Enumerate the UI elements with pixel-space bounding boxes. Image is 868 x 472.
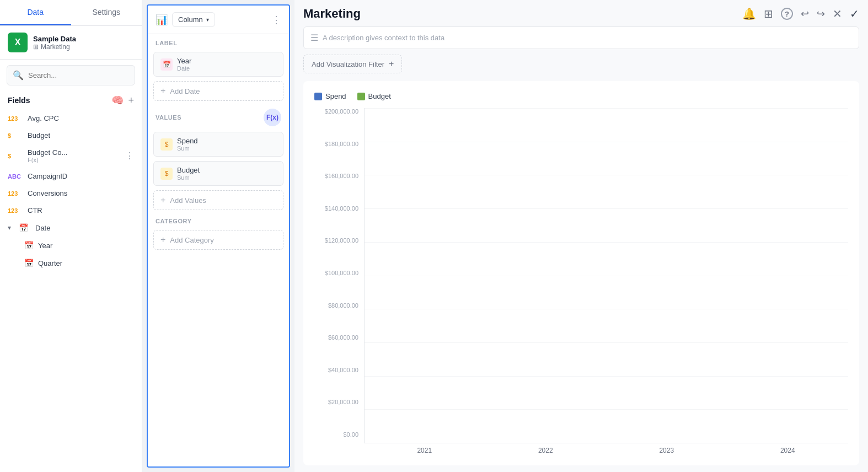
field-type-icon: 123 [8, 190, 23, 197]
sidebar-tabs: Data Settings [0, 0, 142, 26]
label-section-header: LABEL [148, 34, 289, 50]
values-label: VALUES [156, 114, 264, 121]
grid-lines [365, 108, 848, 443]
y-label-100k: $100,000.00 [325, 270, 358, 276]
field-sub: F(x) [28, 157, 121, 163]
add-field-icon[interactable]: + [128, 95, 134, 106]
calendar-icon: 📅 [24, 241, 34, 250]
field-year[interactable]: 📅 Year [0, 237, 142, 254]
menu-icon: ☰ [310, 33, 318, 43]
dollar-icon: $ [160, 138, 173, 151]
card-sub: Sum [177, 174, 276, 181]
label-year-card[interactable]: 📅 Year Date [153, 52, 283, 77]
grid-line-200k [365, 108, 848, 109]
card-text: Budget Sum [177, 166, 276, 181]
field-name: Conversions [28, 189, 134, 197]
chart-type-label: Column [178, 15, 203, 24]
legend-budget-color [357, 93, 365, 100]
sidebar: Data Settings X Sample Data ⊞ Marketing … [0, 0, 142, 472]
add-category-label: Add Category [170, 236, 214, 244]
field-type-icon: 123 [8, 207, 23, 214]
value-budget-card[interactable]: $ Budget Sum [153, 161, 283, 186]
field-type-icon: ABC [8, 173, 23, 180]
help-icon[interactable]: ? [781, 8, 793, 20]
tab-settings[interactable]: Settings [71, 0, 142, 25]
value-spend-card[interactable]: $ Spend Sum [153, 132, 283, 157]
chart-type-button[interactable]: Column ▾ [172, 12, 215, 27]
bars-container: 2021 2022 2023 2024 [364, 108, 848, 454]
date-calendar-icon: 📅 [15, 223, 31, 232]
plus-icon: + [160, 235, 165, 245]
card-sub: Date [177, 65, 276, 72]
more-options-icon[interactable]: ⋮ [271, 14, 281, 26]
field-group-date[interactable]: ▾ 📅 Date [0, 219, 142, 237]
field-name: Avg. CPC [28, 114, 134, 122]
more-icon[interactable]: ⋮ [125, 151, 134, 161]
editor-header: 📊 Column ▾ ⋮ [148, 6, 289, 34]
grid-line-20k [365, 409, 848, 410]
legend-spend: Spend [314, 92, 346, 100]
field-quarter[interactable]: 📅 Quarter [0, 254, 142, 272]
right-panel: 🔔 ⊞ ? ↩ ↪ ✕ ✓ ☰ A description gives cont… [294, 0, 868, 472]
x-labels: 2021 2022 2023 2024 [364, 443, 848, 454]
add-filter-button[interactable]: Add Visualization Filter + [303, 55, 402, 73]
field-name: CTR [28, 206, 134, 214]
x-label-2023: 2023 [606, 443, 727, 454]
source-info: Sample Data ⊞ Marketing [33, 35, 76, 51]
add-values-label: Add Values [170, 196, 206, 205]
y-label-140k: $140,000.00 [325, 205, 358, 212]
grid-line-100k [365, 276, 848, 276]
bell-icon[interactable]: 🔔 [742, 7, 756, 20]
grid-line-160k [365, 175, 848, 175]
source-sub: ⊞ Marketing [33, 43, 76, 51]
field-conversions[interactable]: 123 Conversions [0, 185, 142, 202]
source-icon: X [8, 33, 28, 52]
dollar-icon: $ [160, 168, 173, 180]
field-avg-cpc[interactable]: 123 Avg. CPC [0, 110, 142, 127]
grid-icon[interactable]: ⊞ [764, 7, 773, 20]
plus-icon: + [160, 86, 165, 96]
y-label-40k: $40,000.00 [328, 367, 358, 373]
field-name: Quarter [38, 259, 134, 267]
fields-list: 123 Avg. CPC $ Budget $ Budget Co... F(x… [0, 110, 142, 472]
check-icon[interactable]: ✓ [850, 7, 859, 20]
card-sub: Sum [177, 145, 276, 152]
chart-title-input[interactable] [303, 7, 736, 21]
description-bar: ☰ A description gives context to this da… [303, 26, 859, 49]
field-name: Budget [28, 131, 134, 140]
undo-icon[interactable]: ↩ [801, 8, 809, 20]
source-table: Marketing [41, 43, 70, 51]
card-text: Spend Sum [177, 137, 276, 152]
add-category-button[interactable]: + Add Category [153, 230, 283, 250]
x-label-2021: 2021 [364, 443, 485, 454]
search-box[interactable]: 🔍 [7, 65, 135, 85]
close-icon[interactable]: ✕ [833, 7, 842, 20]
legend-spend-color [314, 93, 322, 100]
calendar-icon: 📅 [24, 259, 34, 267]
chevron-down-icon: ▾ [8, 224, 11, 232]
plus-icon: + [160, 195, 165, 205]
chevron-down-icon: ▾ [206, 17, 209, 23]
grid-line-120k [365, 242, 848, 243]
field-budget-co[interactable]: $ Budget Co... F(x) ⋮ [0, 144, 142, 168]
filter-bar: Add Visualization Filter + [303, 55, 859, 73]
chart-legend: Spend Budget [314, 92, 848, 100]
grid-line-180k [365, 142, 848, 142]
card-title: Year [177, 57, 276, 65]
ai-icon[interactable]: 🧠 [111, 94, 124, 106]
field-budget[interactable]: $ Budget [0, 127, 142, 144]
redo-icon[interactable]: ↪ [817, 8, 825, 20]
field-ctr[interactable]: 123 CTR [0, 202, 142, 219]
grid-line-140k [365, 208, 848, 209]
values-section-header: VALUES F(x) [148, 103, 289, 130]
search-input[interactable] [28, 71, 129, 79]
table-icon: ⊞ [33, 43, 39, 51]
tab-data[interactable]: Data [0, 0, 71, 25]
add-date-button[interactable]: + Add Date [153, 81, 283, 101]
add-values-button[interactable]: + Add Values [153, 190, 283, 210]
legend-budget-label: Budget [368, 92, 391, 100]
fx-button[interactable]: F(x) [264, 109, 281, 126]
field-type-icon: $ [8, 153, 23, 159]
field-campaignid[interactable]: ABC CampaignID [0, 168, 142, 185]
category-section-header: CATEGORY [148, 212, 289, 228]
